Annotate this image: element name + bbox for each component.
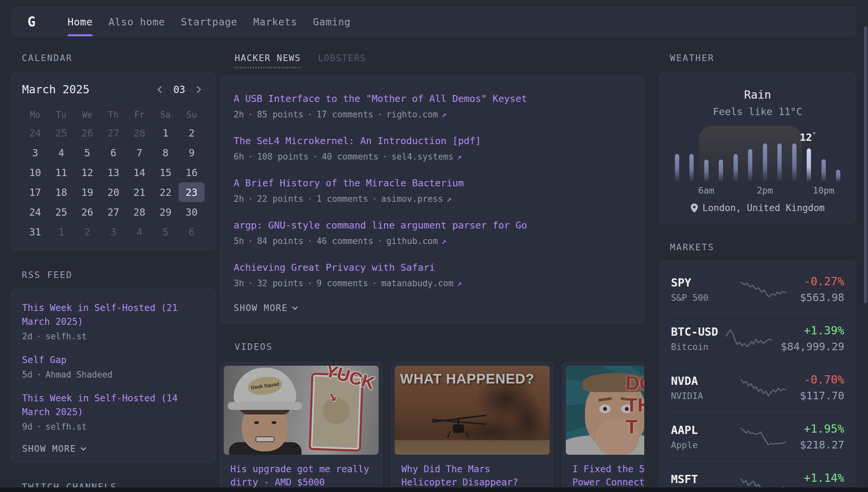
calendar-day[interactable]: 24 xyxy=(22,202,48,222)
nav-tab[interactable]: Markets xyxy=(245,7,305,36)
weather-bars: 6am 2pm xyxy=(669,143,846,182)
calendar-day[interactable]: 8 xyxy=(153,143,179,163)
news-item-title[interactable]: Achieving Great Privacy with Safari xyxy=(234,262,631,273)
calendar-day[interactable]: 14 xyxy=(127,163,153,182)
rss-item: This Week in Self-Hosted (14 March 2025)… xyxy=(22,391,205,432)
calendar-day[interactable]: 7 xyxy=(127,143,153,163)
news-item-title[interactable]: argp: GNU-style command line argument pa… xyxy=(234,220,631,231)
news-tab[interactable]: HACKER NEWS xyxy=(235,53,301,68)
weather-location: London, United Kingdom xyxy=(703,202,825,213)
weather-time-label: 10pm xyxy=(813,185,834,196)
calendar-day[interactable]: 11 xyxy=(48,163,74,182)
app-logo[interactable]: G xyxy=(12,7,51,36)
calendar-day[interactable]: 5 xyxy=(74,143,100,163)
calendar-day[interactable]: 12 xyxy=(74,163,100,182)
calendar-day[interactable]: 28 xyxy=(127,123,153,143)
calendar-day[interactable]: 4 xyxy=(127,222,153,242)
news-item-domain-link[interactable]: righto.com ↗ xyxy=(386,109,446,119)
rss-item-title[interactable]: Self Gap xyxy=(22,353,205,367)
calendar-day[interactable]: 25 xyxy=(48,202,74,222)
calendar-day[interactable]: 24 xyxy=(22,123,48,143)
video-thumbnail[interactable]: WHAT HAPPENED? xyxy=(395,366,550,455)
calendar-day[interactable]: 28 xyxy=(127,202,153,222)
calendar-day[interactable]: 29 xyxy=(153,202,179,222)
market-row[interactable]: SPY S&P 500 -0.27% $563.98 xyxy=(671,265,844,314)
nav-tab[interactable]: Gaming xyxy=(305,7,359,36)
news-item-meta: 6h · 108 points · 40 comments · sel4.sys… xyxy=(234,152,631,162)
market-row[interactable]: NVDA NVIDIA -0.70% $117.70 xyxy=(671,363,844,412)
rss-item-title[interactable]: This Week in Self-Hosted (21 March 2025) xyxy=(22,301,205,329)
news-item-time: 2h xyxy=(234,109,244,119)
news-show-more-button[interactable]: SHOW MORE xyxy=(234,303,297,313)
weather-bar xyxy=(689,154,694,182)
calendar-day[interactable]: 19 xyxy=(74,182,100,202)
news-item-title[interactable]: The SeL4 Microkernel: An Introduction [p… xyxy=(234,135,631,146)
calendar-day[interactable]: 5 xyxy=(153,222,179,242)
news-item-title[interactable]: A USB Interface to the "Mother of All De… xyxy=(234,93,631,104)
video-card[interactable]: DO TH T I Fixed the 5 Power Connect 3d ·… xyxy=(562,362,644,487)
calendar-day[interactable]: 15 xyxy=(153,163,179,182)
calendar-day[interactable]: 16 xyxy=(179,163,205,182)
rss-item-time: 9d xyxy=(22,422,32,432)
news-item-comments: 46 comments xyxy=(317,236,373,246)
calendar-day[interactable]: 26 xyxy=(74,202,100,222)
calendar-day[interactable]: 9 xyxy=(179,143,205,163)
chevron-right-icon[interactable] xyxy=(194,86,201,93)
nav-tab[interactable]: Also home xyxy=(101,7,173,36)
chevron-left-icon[interactable] xyxy=(158,86,164,93)
video-title[interactable]: His upgrade got me really dirty - AMD $5… xyxy=(230,463,372,487)
video-card[interactable]: Geek Squad YUCK ↘ His upgrade got me rea… xyxy=(220,362,382,487)
calendar-day[interactable]: 6 xyxy=(179,222,205,242)
calendar-day[interactable]: 20 xyxy=(100,182,126,202)
calendar-day[interactable]: 18 xyxy=(48,182,74,202)
calendar-day[interactable]: 26 xyxy=(74,123,100,143)
calendar-day[interactable]: 1 xyxy=(153,123,179,143)
news-item-domain-link[interactable]: matanabudy.com ↗ xyxy=(381,278,462,288)
market-ticker: BTC-USD xyxy=(671,325,725,338)
calendar-day[interactable]: 6 xyxy=(100,143,126,163)
calendar-day[interactable]: 4 xyxy=(48,143,74,163)
thumb-mouth-shape xyxy=(255,436,274,442)
scrollbar-thumb[interactable] xyxy=(864,26,867,303)
news-item-domain-link[interactable]: github.com ↗ xyxy=(386,236,446,246)
video-thumbnail[interactable]: DO TH T xyxy=(566,366,644,455)
news-item-domain-link[interactable]: asimov.press ↗ xyxy=(381,194,452,204)
news-tab[interactable]: LOBSTERS xyxy=(318,53,366,68)
video-card[interactable]: WHAT HAPPENED? Why Did The Mars Helicopt… xyxy=(391,362,553,487)
calendar-day[interactable]: 1 xyxy=(48,222,74,242)
calendar-day[interactable]: 10 xyxy=(22,163,48,182)
calendar-day[interactable]: 2 xyxy=(179,123,205,143)
calendar-day[interactable]: 23 xyxy=(179,182,205,202)
calendar-day[interactable]: 3 xyxy=(100,222,126,242)
news-item-meta: 2h · 85 points · 17 comments · righto.co… xyxy=(234,109,631,119)
calendar-day[interactable]: 17 xyxy=(22,182,48,202)
weekday-label: Sa xyxy=(153,110,179,120)
calendar-day[interactable]: 25 xyxy=(48,123,74,143)
market-row[interactable]: BTC-USD Bitcoin +1.39% $84,999.29 xyxy=(671,314,844,363)
dot-separator: · xyxy=(36,422,42,432)
rss-item-title[interactable]: This Week in Self-Hosted (14 March 2025) xyxy=(22,391,205,419)
video-thumbnail[interactable]: Geek Squad YUCK ↘ xyxy=(224,366,379,455)
calendar-day[interactable]: 27 xyxy=(100,123,126,143)
video-title[interactable]: Why Did The Mars Helicopter Disappear? xyxy=(401,463,543,487)
market-sparkline xyxy=(739,377,789,398)
market-row[interactable]: AAPL Apple +1.95% $218.27 xyxy=(671,412,844,461)
video-title[interactable]: I Fixed the 5 Power Connect xyxy=(572,463,644,487)
calendar-day[interactable]: 27 xyxy=(100,202,126,222)
news-item-domain-link[interactable]: sel4.systems ↗ xyxy=(392,152,462,162)
calendar-day[interactable]: 3 xyxy=(22,143,48,163)
rss-show-more-button[interactable]: SHOW MORE xyxy=(22,444,85,454)
nav-tab[interactable]: Startpage xyxy=(173,7,245,36)
weather-card: Rain Feels like 11°C 6am xyxy=(659,73,856,224)
nav-tab[interactable]: Home xyxy=(60,7,101,36)
news-item-title[interactable]: A Brief History of the Miracle Bacterium xyxy=(234,177,631,189)
degree-symbol: ° xyxy=(812,130,816,139)
thumb-dust-filter-shape xyxy=(311,375,362,450)
calendar-day[interactable]: 31 xyxy=(22,222,48,242)
calendar-day[interactable]: 13 xyxy=(100,163,126,182)
thumb-eye-shape xyxy=(271,421,277,424)
calendar-day[interactable]: 22 xyxy=(153,182,179,202)
calendar-day[interactable]: 30 xyxy=(179,202,205,222)
calendar-day[interactable]: 21 xyxy=(127,182,153,202)
calendar-day[interactable]: 2 xyxy=(74,222,100,242)
